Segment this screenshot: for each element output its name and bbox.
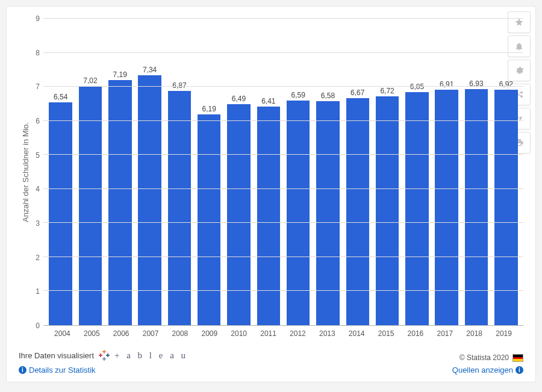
x-tick-label: 2019 [489, 329, 519, 338]
y-tick-label: 3 [36, 219, 40, 228]
bar[interactable] [316, 101, 339, 325]
bar-value-label: 6,67 [350, 89, 364, 97]
bar-value-label: 7,34 [143, 66, 157, 74]
bar[interactable] [49, 102, 72, 325]
bar[interactable] [79, 86, 102, 325]
bar[interactable] [198, 114, 220, 325]
plot-area: 6,547,027,197,346,876,196,496,416,596,58… [43, 19, 523, 326]
grid-line [43, 188, 523, 189]
x-tick-label: 2006 [107, 329, 136, 338]
bar-value-label: 6,41 [261, 97, 275, 105]
x-tick-label: 2015 [372, 329, 401, 338]
y-tick-label: 0 [36, 322, 40, 330]
grid-line [43, 257, 523, 257]
bar[interactable] [435, 90, 458, 325]
grid-line [43, 154, 523, 155]
grid-line [43, 290, 523, 291]
bar-slot: 6,72 [372, 19, 402, 325]
bar-slot: 6,49 [224, 19, 254, 325]
flag-icon [512, 354, 523, 362]
bar[interactable] [138, 75, 161, 325]
y-tick-label: 2 [36, 254, 40, 262]
bar-value-label: 6,59 [291, 91, 305, 99]
x-tick-label: 2010 [224, 329, 254, 338]
y-tick-label: 6 [36, 117, 40, 125]
bar-value-label: 7,19 [113, 70, 127, 79]
y-tick-label: 9 [36, 14, 40, 23]
bar-slot: 6,67 [343, 19, 372, 325]
x-tick-label: 2008 [166, 329, 195, 338]
grid-line [43, 52, 523, 53]
grid-line [43, 120, 523, 121]
bar-value-label: 7,02 [83, 76, 97, 85]
chart-area: Anzahl der Schuldner in Mio. 0123456789 … [19, 19, 523, 326]
info-icon: i [19, 366, 26, 374]
bar-slot: 7,34 [135, 19, 164, 325]
tableau-mark-icon [98, 349, 111, 362]
copyright-text: © Statista 2020 [459, 353, 509, 362]
x-tick-label: 2014 [342, 329, 372, 338]
bar-slot: 6,58 [313, 19, 343, 325]
bar-slot: 6,41 [254, 19, 283, 325]
bar-slot: 6,19 [195, 19, 224, 325]
y-axis-ticks: 0123456789 [30, 19, 43, 326]
bar-slot: 6,91 [432, 19, 461, 325]
bar-slot: 6,85 [402, 19, 432, 325]
bar[interactable] [257, 107, 280, 325]
bar-slot: 6,87 [164, 19, 194, 325]
bar-value-label: 6,91 [440, 80, 453, 89]
details-link[interactable]: i Details zur Statistik [19, 366, 188, 375]
y-tick-label: 5 [36, 151, 40, 160]
x-tick-label: 2012 [283, 329, 313, 338]
x-tick-label: 2018 [459, 329, 489, 338]
bar-value-label: 6,92 [499, 80, 513, 89]
y-tick-label: 7 [36, 82, 40, 91]
bar-value-label: 6,49 [232, 95, 246, 103]
bar-slot: 7,19 [105, 19, 135, 325]
x-tick-label: 2004 [48, 329, 77, 338]
y-axis-label: Anzahl der Schuldner in Mio. [19, 19, 30, 326]
bar-value-label: 6,19 [202, 105, 216, 113]
y-tick-label: 8 [36, 49, 40, 57]
x-tick-label: 2009 [195, 329, 224, 338]
bar-value-label: 6,58 [321, 92, 335, 100]
chart-footer: Ihre Daten visualisiert + a b l e a u i … [19, 349, 523, 375]
x-tick-label: 2007 [136, 329, 166, 338]
chart-card: Anzahl der Schuldner in Mio. 0123456789 … [6, 6, 536, 382]
grid-line [43, 18, 523, 19]
bar[interactable] [108, 80, 131, 325]
bar-value-label: 6,54 [54, 93, 67, 101]
bar[interactable] [227, 104, 250, 325]
bar[interactable] [287, 101, 310, 325]
x-tick-label: 2016 [401, 329, 431, 338]
bar[interactable] [494, 90, 517, 325]
sources-link-label: Quellen anzeigen [452, 366, 513, 375]
x-axis-ticks: 2004200520062007200820092010201120122013… [19, 326, 523, 338]
y-tick-label: 1 [36, 287, 40, 296]
grid-line [43, 86, 523, 87]
tableau-wordmark: + a b l e a u [114, 350, 188, 361]
grid-line [43, 222, 523, 223]
sources-link[interactable]: Quellen anzeigen i [452, 366, 523, 375]
y-tick-label: 4 [36, 185, 40, 193]
bar[interactable] [465, 89, 488, 325]
bar-slot: 7,02 [75, 19, 105, 325]
promo-text: Ihre Daten visualisiert [19, 351, 94, 360]
promo-line[interactable]: Ihre Daten visualisiert + a b l e a u [19, 349, 188, 362]
x-tick-label: 2005 [77, 329, 107, 338]
x-tick-label: 2011 [254, 329, 283, 338]
bar-slot: 6,93 [461, 19, 491, 325]
bar-slot: 6,54 [46, 19, 75, 325]
bar-value-label: 6,72 [380, 87, 394, 95]
bar-slot: 6,59 [284, 19, 313, 325]
copyright-line: © Statista 2020 [459, 353, 523, 362]
x-tick-label: 2017 [430, 329, 459, 338]
bar-slot: 6,92 [491, 19, 521, 325]
details-link-label: Details zur Statistik [29, 366, 96, 375]
info-icon: i [516, 366, 523, 374]
x-tick-label: 2013 [313, 329, 342, 338]
